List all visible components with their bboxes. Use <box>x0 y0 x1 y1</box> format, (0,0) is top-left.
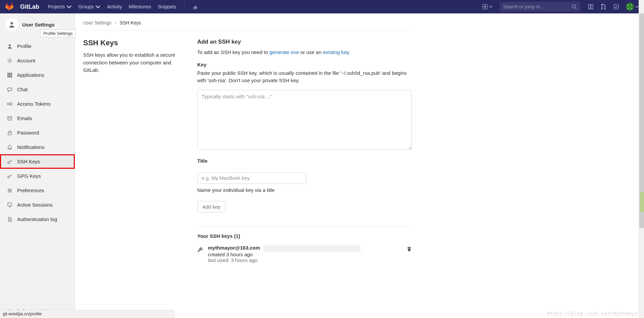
nav-activity[interactable]: Activity <box>107 4 122 9</box>
divider <box>197 226 412 226</box>
sidebar-item-account[interactable]: Account <box>0 53 75 68</box>
nav-snippets[interactable]: Snippets <box>158 4 176 9</box>
svg-rect-16 <box>11 74 12 76</box>
brand-name[interactable]: GitLab <box>20 3 39 10</box>
ssh-key-title-input[interactable] <box>197 172 307 184</box>
svg-rect-19 <box>11 76 12 77</box>
gear-icon <box>7 58 12 63</box>
key-icon <box>197 247 203 253</box>
browser-status-bar: git.weidijia.cn/profile <box>0 310 174 318</box>
last-used-value: 3 hours ago <box>231 257 257 263</box>
sidebar-item-preferences[interactable]: Preferences <box>0 183 75 198</box>
monitor-icon <box>7 202 12 208</box>
header-right-icons <box>588 3 639 11</box>
svg-rect-11 <box>7 73 9 74</box>
sidebar-item-authentication-log[interactable]: Authentication log <box>0 212 75 226</box>
ssh-key-textarea[interactable] <box>197 90 412 150</box>
chevron-down-icon <box>95 4 101 9</box>
page-description: SSH keys allow you to establish a secure… <box>83 51 177 74</box>
sidebar-nav: ProfileAccountApplicationsChatAccess Tok… <box>0 38 75 304</box>
new-menu[interactable] <box>482 4 492 9</box>
todos-icon[interactable] <box>613 4 619 10</box>
scroll-mark <box>640 192 644 212</box>
svg-point-4 <box>601 8 602 9</box>
add-key-heading: Add an SSH key <box>197 39 412 45</box>
sidebar-item-label: Chat <box>17 87 28 92</box>
svg-rect-2 <box>588 4 590 9</box>
chart-icon <box>193 4 198 9</box>
issues-icon[interactable] <box>588 4 594 10</box>
sidebar-item-label: Active Sessions <box>17 202 53 208</box>
sidebar-item-chat[interactable]: Chat <box>0 82 75 97</box>
sidebar-item-notifications[interactable]: Notifications <box>0 140 75 154</box>
nav-projects[interactable]: Projects <box>48 4 72 9</box>
nav-divider <box>184 3 184 10</box>
svg-rect-12 <box>9 73 10 74</box>
title-helper: Name your individual key via a title <box>197 187 412 193</box>
link-generate-one[interactable]: generate one <box>269 49 299 55</box>
top-navbar: GitLab Projects Groups Activity Mileston… <box>0 0 644 13</box>
lock-icon <box>7 130 12 136</box>
link-existing-key[interactable]: existing key <box>323 49 348 55</box>
svg-rect-29 <box>10 190 11 191</box>
doc-icon <box>7 217 12 222</box>
chevron-down-icon <box>635 5 639 8</box>
user-icon <box>7 44 12 49</box>
title-label: Title <box>197 158 412 164</box>
svg-rect-25 <box>8 132 11 135</box>
user-menu[interactable] <box>626 3 639 11</box>
sidebar-item-emails[interactable]: Emails <box>0 111 75 125</box>
sidebar-item-label: Account <box>17 58 35 63</box>
svg-rect-30 <box>9 191 10 192</box>
nav-milestones[interactable]: Milestones <box>129 4 151 9</box>
dots-icon <box>7 101 12 107</box>
sidebar-item-profile[interactable]: Profile <box>0 39 75 53</box>
sidebar-item-label: Authentication log <box>17 216 57 222</box>
merge-requests-icon[interactable] <box>600 4 606 10</box>
nav-analytics[interactable] <box>193 4 198 9</box>
redacted-fingerprint <box>263 245 361 252</box>
svg-rect-24 <box>8 117 12 120</box>
trash-icon <box>407 246 412 252</box>
svg-point-10 <box>9 60 10 61</box>
sidebar-item-access-tokens[interactable]: Access Tokens <box>0 97 75 111</box>
sidebar-item-label: Applications <box>17 72 44 78</box>
breadcrumb-sep: › <box>115 20 116 25</box>
your-keys-heading: Your SSH keys (1) <box>197 233 412 239</box>
svg-point-5 <box>604 8 605 9</box>
tooltip-profile-settings: Profile Settings <box>40 30 75 37</box>
search-input[interactable] <box>503 4 572 9</box>
sidebar-item-password[interactable]: Password <box>0 125 75 140</box>
nav-groups[interactable]: Groups <box>78 4 101 9</box>
breadcrumb-parent[interactable]: User Settings <box>83 20 111 25</box>
svg-point-9 <box>9 44 11 46</box>
sidebar-item-label: Notifications <box>17 144 45 150</box>
gitlab-logo-icon <box>5 3 13 11</box>
scrollbar[interactable] <box>639 0 644 318</box>
add-key-button[interactable]: Add key <box>197 201 225 213</box>
search-box[interactable] <box>500 2 580 12</box>
key-hint: Paste your public SSH key, which is usua… <box>197 69 412 85</box>
svg-rect-18 <box>9 76 10 77</box>
breadcrumb: User Settings › SSH Keys <box>83 13 412 31</box>
mail-icon <box>7 116 12 121</box>
ssh-key-name[interactable]: mythmayor@163.com <box>208 245 260 251</box>
key-icon <box>7 159 12 164</box>
sidebar-item-label: Profile <box>17 43 32 49</box>
svg-point-23 <box>10 104 11 104</box>
svg-rect-15 <box>9 74 10 76</box>
key-label: Key <box>197 62 412 67</box>
svg-point-8 <box>10 22 13 24</box>
search-icon <box>572 4 577 9</box>
sidebar-item-label: Password <box>17 130 39 136</box>
sidebar-item-ssh-keys[interactable]: SSH Keys <box>0 154 75 169</box>
sidebar: User Settings Profile Settings ProfileAc… <box>0 13 75 318</box>
add-intro-post: . <box>349 49 350 55</box>
sidebar-item-applications[interactable]: Applications <box>0 68 75 82</box>
svg-rect-3 <box>591 4 593 9</box>
sidebar-item-gpg-keys[interactable]: GPG Keys <box>0 169 75 183</box>
nav-projects-label: Projects <box>48 4 65 9</box>
sidebar-item-active-sessions[interactable]: Active Sessions <box>0 198 75 212</box>
delete-key-button[interactable] <box>407 246 412 253</box>
svg-point-21 <box>8 104 9 104</box>
